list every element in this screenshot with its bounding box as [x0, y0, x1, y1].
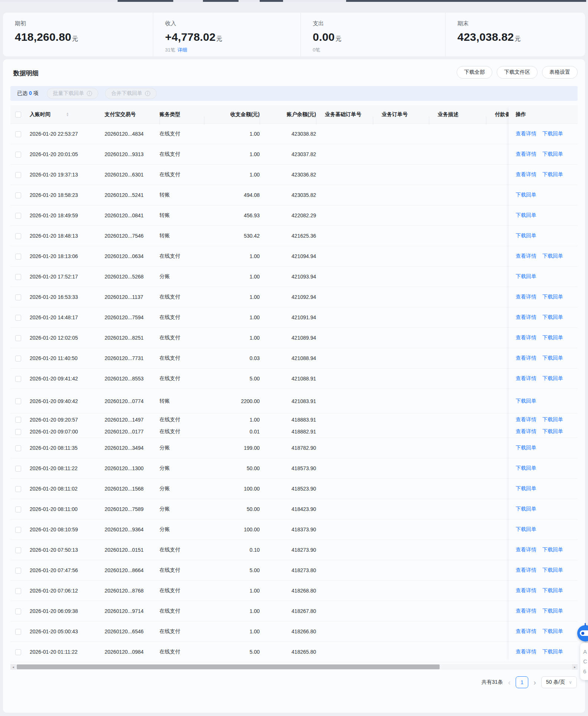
download-receipt-link[interactable]: 下载回单 — [542, 587, 563, 594]
row-checkbox[interactable] — [15, 417, 21, 423]
view-detail-link[interactable]: 查看详情 — [516, 608, 536, 614]
view-detail-link[interactable]: 查看详情 — [516, 416, 536, 423]
download-receipt-link[interactable]: 下载回单 — [516, 273, 536, 280]
row-checkbox[interactable] — [15, 527, 21, 533]
download-receipt-link[interactable]: 下载回单 — [516, 212, 536, 219]
table-settings-button[interactable]: 表格设置 — [542, 66, 578, 79]
row-checkbox[interactable] — [15, 398, 21, 404]
row-checkbox[interactable] — [15, 466, 21, 472]
view-detail-link[interactable]: 查看详情 — [516, 587, 536, 594]
download-receipt-link[interactable]: 下载回单 — [542, 547, 563, 553]
view-detail-link[interactable]: 查看详情 — [516, 628, 536, 635]
view-detail-link[interactable]: 查看详情 — [516, 355, 536, 362]
view-detail-link[interactable]: 查看详情 — [516, 294, 536, 300]
row-checkbox[interactable] — [15, 335, 21, 341]
download-receipt-link[interactable]: 下载回单 — [542, 171, 563, 178]
download-files-button[interactable]: 下载文件区 — [497, 66, 538, 79]
download-all-button[interactable]: 下载全部 — [457, 66, 492, 79]
row-checkbox[interactable] — [15, 608, 21, 614]
view-detail-link[interactable]: 查看详情 — [516, 131, 536, 137]
view-detail-link[interactable]: 查看详情 — [516, 547, 536, 553]
download-receipt-link[interactable]: 下载回单 — [542, 628, 563, 635]
row-checkbox[interactable] — [15, 213, 21, 219]
row-checkbox[interactable] — [15, 507, 21, 512]
row-checkbox[interactable] — [15, 192, 21, 198]
row-checkbox[interactable] — [15, 356, 21, 362]
sort-icon[interactable]: ▲▼ — [66, 112, 69, 117]
row-actions: 查看详情下载回单 — [509, 165, 578, 185]
next-page-icon[interactable]: › — [533, 679, 536, 686]
download-receipt-link[interactable]: 下载回单 — [516, 192, 536, 198]
row-checkbox[interactable] — [15, 376, 21, 382]
assistant-robot-icon[interactable] — [577, 625, 588, 641]
row-checkbox[interactable] — [15, 294, 21, 300]
view-detail-link[interactable]: 查看详情 — [516, 171, 536, 178]
cell-alipay-txn-no: 20260120...6546 — [105, 628, 160, 634]
view-detail-link[interactable]: 查看详情 — [516, 151, 536, 158]
income-detail-link[interactable]: 详细 — [177, 47, 187, 53]
scroll-left-icon[interactable]: ◂ — [10, 664, 16, 670]
view-detail-link[interactable]: 查看详情 — [516, 428, 536, 435]
cell-account-type: 在线支付 — [160, 416, 204, 423]
page-size-select[interactable]: 50 条/页∨ — [541, 676, 577, 688]
download-receipt-link[interactable]: 下载回单 — [542, 294, 563, 300]
download-receipt-link[interactable]: 下载回单 — [516, 465, 536, 472]
download-receipt-link[interactable]: 下载回单 — [542, 416, 563, 423]
download-receipt-link[interactable]: 下载回单 — [516, 398, 536, 405]
download-receipt-link[interactable]: 下载回单 — [542, 314, 563, 321]
row-checkbox[interactable] — [15, 429, 21, 435]
download-receipt-link[interactable]: 下载回单 — [516, 445, 536, 451]
row-checkbox[interactable] — [15, 233, 21, 239]
download-receipt-link[interactable]: 下载回单 — [542, 567, 563, 574]
download-receipt-link[interactable]: 下载回单 — [516, 506, 536, 512]
scrollbar-thumb[interactable] — [17, 664, 440, 669]
row-checkbox[interactable] — [15, 547, 21, 553]
horizontal-scrollbar[interactable]: ◂ ▸ — [10, 664, 578, 670]
view-detail-link[interactable]: 查看详情 — [516, 334, 536, 341]
row-checkbox[interactable] — [15, 152, 21, 158]
view-detail-link[interactable]: 查看详情 — [516, 649, 536, 655]
scrollbar-track[interactable] — [16, 664, 572, 670]
row-checkbox[interactable] — [15, 131, 21, 137]
view-detail-link[interactable]: 查看详情 — [516, 375, 536, 382]
row-checkbox[interactable] — [15, 172, 21, 178]
cell-amount: 1.00 — [204, 314, 260, 320]
row-checkbox[interactable] — [15, 254, 21, 260]
download-receipt-link[interactable]: 下载回单 — [542, 151, 563, 158]
page-number-button[interactable]: 1 — [516, 676, 528, 688]
download-receipt-link[interactable]: 下载回单 — [542, 334, 563, 341]
row-checkbox[interactable] — [15, 568, 21, 574]
download-receipt-link[interactable]: 下载回单 — [542, 131, 563, 137]
row-checkbox[interactable] — [15, 486, 21, 492]
download-receipt-link[interactable]: 下载回单 — [516, 485, 536, 492]
download-receipt-link[interactable]: 下载回单 — [542, 253, 563, 260]
download-receipt-link[interactable]: 下载回单 — [542, 608, 563, 614]
row-checkbox[interactable] — [15, 629, 21, 635]
download-receipt-link[interactable]: 下载回单 — [542, 428, 563, 435]
view-detail-link[interactable]: 查看详情 — [516, 253, 536, 260]
merge-download-button[interactable]: 合并下载回单i — [105, 88, 157, 99]
view-detail-link[interactable]: 查看详情 — [516, 314, 536, 321]
cell-amount: 100.00 — [204, 486, 260, 492]
row-checkbox[interactable] — [15, 445, 21, 451]
row-actions: 查看详情下载回单 — [509, 307, 578, 328]
cell-account-type: 在线支付 — [160, 547, 204, 553]
download-receipt-link[interactable]: 下载回单 — [542, 375, 563, 382]
row-checkbox[interactable] — [15, 588, 21, 594]
row-checkbox[interactable] — [15, 315, 21, 321]
select-all-checkbox[interactable] — [15, 112, 21, 118]
cell-account-type: 在线支付 — [160, 608, 204, 614]
download-receipt-link[interactable]: 下载回单 — [516, 232, 536, 239]
view-detail-link[interactable]: 查看详情 — [516, 567, 536, 574]
row-checkbox[interactable] — [15, 649, 21, 655]
batch-download-button[interactable]: 批量下载回单i — [47, 88, 98, 99]
download-receipt-link[interactable]: 下载回单 — [542, 649, 563, 655]
download-receipt-link[interactable]: 下载回单 — [542, 355, 563, 362]
scroll-right-icon[interactable]: ▸ — [572, 664, 578, 670]
download-receipt-link[interactable]: 下载回单 — [516, 526, 536, 533]
col-description: 业务描述 — [429, 111, 486, 118]
assistant-menu[interactable]: A C 6 — [580, 643, 588, 680]
row-checkbox[interactable] — [15, 274, 21, 280]
prev-page-icon[interactable]: ‹ — [508, 679, 511, 686]
row-checkbox-cell — [10, 131, 30, 137]
